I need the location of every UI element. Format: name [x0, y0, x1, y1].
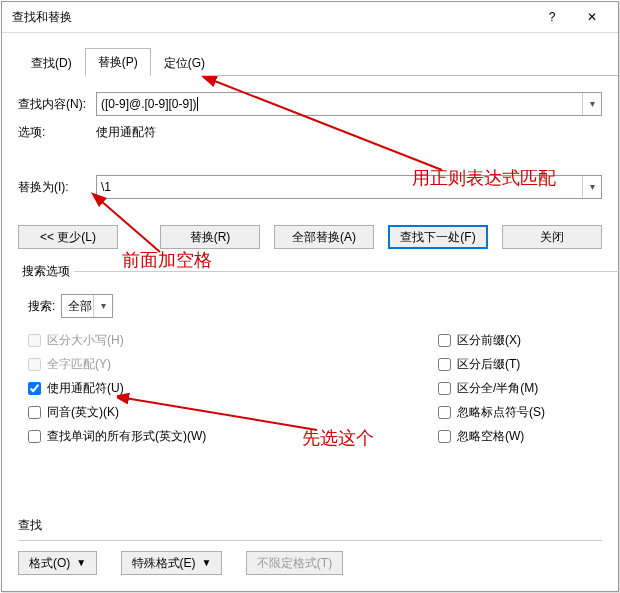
- search-options-legend: 搜索选项: [18, 263, 74, 280]
- replace-with-input[interactable]: \1 ▾: [96, 175, 602, 199]
- chk-match-case: 区分大小写(H): [28, 328, 308, 352]
- replace-all-button[interactable]: 全部替换(A): [274, 225, 374, 249]
- search-direction-label: 搜索:: [28, 298, 55, 315]
- chk-match-suffix[interactable]: 区分后缀(T): [438, 352, 620, 376]
- replace-dropdown-icon[interactable]: ▾: [582, 176, 601, 198]
- chevron-down-icon: ▾: [93, 295, 112, 317]
- find-dropdown-icon[interactable]: ▾: [582, 93, 601, 115]
- close-button[interactable]: 关闭: [502, 225, 602, 249]
- footer-title: 查找: [18, 517, 602, 534]
- tab-find[interactable]: 查找(D): [18, 49, 85, 76]
- special-button[interactable]: 特殊格式(E)▼: [121, 551, 223, 575]
- close-window-button[interactable]: ✕: [572, 3, 612, 31]
- tab-goto[interactable]: 定位(G): [151, 49, 218, 76]
- chk-wildcards[interactable]: 使用通配符(U): [28, 376, 308, 400]
- less-button[interactable]: << 更少(L): [18, 225, 118, 249]
- options-label: 选项:: [18, 124, 96, 141]
- search-direction-select[interactable]: 全部 ▾: [61, 294, 113, 318]
- find-next-button[interactable]: 查找下一处(F): [388, 225, 488, 249]
- help-button[interactable]: ?: [532, 3, 572, 31]
- chk-ignore-punct[interactable]: 忽略标点符号(S): [438, 400, 620, 424]
- chk-whole-word: 全字匹配(Y): [28, 352, 308, 376]
- replace-with-label: 替换为(I):: [18, 179, 96, 196]
- format-button[interactable]: 格式(O)▼: [18, 551, 97, 575]
- chk-ignore-space[interactable]: 忽略空格(W): [438, 424, 620, 448]
- replace-button[interactable]: 替换(R): [160, 225, 260, 249]
- chk-word-forms[interactable]: 查找单词的所有形式(英文)(W): [28, 424, 308, 448]
- noformat-button: 不限定格式(T): [246, 551, 343, 575]
- chk-sounds-like[interactable]: 同音(英文)(K): [28, 400, 308, 424]
- find-what-input[interactable]: ([0-9]@.[0-9][0-9]) ▾: [96, 92, 602, 116]
- options-value: 使用通配符: [96, 124, 156, 141]
- tab-replace[interactable]: 替换(P): [85, 48, 151, 76]
- find-what-label: 查找内容(N):: [18, 96, 96, 113]
- chk-match-prefix[interactable]: 区分前缀(X): [438, 328, 620, 352]
- dialog-title: 查找和替换: [12, 9, 532, 26]
- chk-half-full[interactable]: 区分全/半角(M): [438, 376, 620, 400]
